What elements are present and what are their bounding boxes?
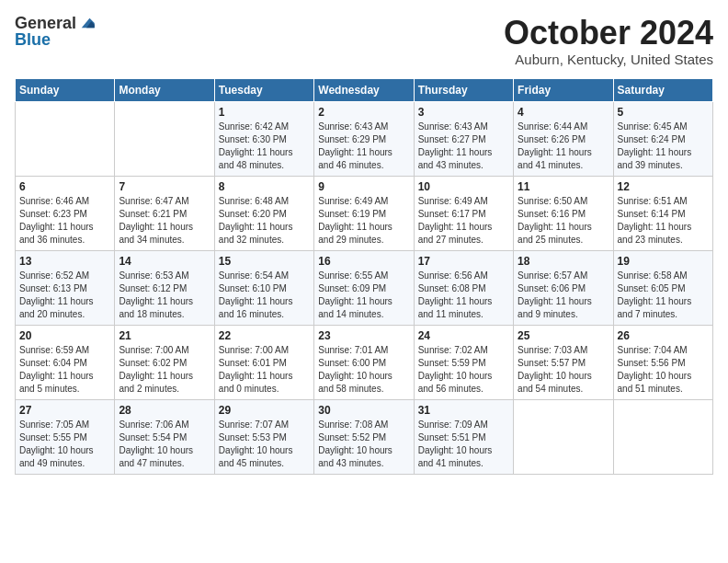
day-cell: 19Sunrise: 6:58 AMSunset: 6:05 PMDayligh… [613,250,712,325]
day-number: 9 [318,180,409,193]
day-cell: 16Sunrise: 6:55 AMSunset: 6:09 PMDayligh… [314,250,414,325]
day-cell: 27Sunrise: 7:05 AMSunset: 5:55 PMDayligh… [16,399,115,474]
day-number: 28 [119,404,210,417]
day-cell: 6Sunrise: 6:46 AMSunset: 6:23 PMDaylight… [16,176,115,250]
title-block: October 2024 Auburn, Kentucky, United St… [504,15,713,67]
day-cell: 23Sunrise: 7:01 AMSunset: 6:00 PMDayligh… [314,325,414,399]
day-cell: 1Sunrise: 6:42 AMSunset: 6:30 PMDaylight… [214,101,313,176]
day-info: Sunrise: 6:49 AMSunset: 6:17 PMDaylight:… [418,195,509,247]
day-number: 21 [119,329,210,342]
day-info: Sunrise: 6:47 AMSunset: 6:21 PMDaylight:… [119,195,210,247]
day-number: 12 [618,180,709,193]
logo-icon [78,17,95,29]
day-number: 25 [518,329,609,342]
day-cell: 25Sunrise: 7:03 AMSunset: 5:57 PMDayligh… [514,325,613,399]
header-day-wednesday: Wednesday [314,78,414,101]
day-cell [16,101,115,176]
day-cell [613,399,712,474]
day-number: 6 [19,180,110,193]
day-cell: 2Sunrise: 6:43 AMSunset: 6:29 PMDaylight… [314,101,414,176]
day-info: Sunrise: 6:59 AMSunset: 6:04 PMDaylight:… [19,344,110,396]
day-cell: 29Sunrise: 7:07 AMSunset: 5:53 PMDayligh… [214,399,313,474]
header-day-tuesday: Tuesday [214,78,313,101]
week-row-4: 20Sunrise: 6:59 AMSunset: 6:04 PMDayligh… [16,325,713,399]
day-info: Sunrise: 6:52 AMSunset: 6:13 PMDaylight:… [19,270,110,321]
day-number: 14 [119,255,210,268]
day-cell: 11Sunrise: 6:50 AMSunset: 6:16 PMDayligh… [514,176,613,250]
day-number: 17 [418,255,509,268]
day-cell [514,399,613,474]
calendar-header: SundayMondayTuesdayWednesdayThursdayFrid… [16,78,713,101]
day-number: 8 [219,180,310,193]
week-row-1: 1Sunrise: 6:42 AMSunset: 6:30 PMDaylight… [16,101,713,176]
day-info: Sunrise: 7:02 AMSunset: 5:59 PMDaylight:… [418,344,509,396]
page-header: General Blue October 2024 Auburn, Kentuc… [15,15,713,67]
logo-general-text: General [15,15,76,31]
day-number: 27 [19,404,110,417]
day-info: Sunrise: 7:03 AMSunset: 5:57 PMDaylight:… [518,344,609,396]
day-cell: 4Sunrise: 6:44 AMSunset: 6:26 PMDaylight… [514,101,613,176]
day-cell: 12Sunrise: 6:51 AMSunset: 6:14 PMDayligh… [613,176,712,250]
day-info: Sunrise: 6:51 AMSunset: 6:14 PMDaylight:… [618,195,709,247]
calendar-table: SundayMondayTuesdayWednesdayThursdayFrid… [15,78,713,475]
day-info: Sunrise: 7:05 AMSunset: 5:55 PMDaylight:… [19,419,110,470]
day-number: 3 [418,106,509,119]
day-cell: 17Sunrise: 6:56 AMSunset: 6:08 PMDayligh… [414,250,513,325]
header-day-monday: Monday [115,78,214,101]
day-number: 19 [618,255,709,268]
day-number: 10 [418,180,509,193]
day-number: 2 [318,106,409,119]
header-day-saturday: Saturday [613,78,712,101]
header-row: SundayMondayTuesdayWednesdayThursdayFrid… [16,78,713,101]
day-cell: 9Sunrise: 6:49 AMSunset: 6:19 PMDaylight… [314,176,414,250]
day-cell: 10Sunrise: 6:49 AMSunset: 6:17 PMDayligh… [414,176,513,250]
day-info: Sunrise: 6:49 AMSunset: 6:19 PMDaylight:… [318,195,409,247]
day-number: 4 [518,106,609,119]
day-number: 24 [418,329,509,342]
day-number: 13 [19,255,110,268]
day-cell [115,101,214,176]
week-row-5: 27Sunrise: 7:05 AMSunset: 5:55 PMDayligh… [16,399,713,474]
day-info: Sunrise: 6:43 AMSunset: 6:29 PMDaylight:… [318,121,409,172]
day-number: 5 [618,106,709,119]
day-info: Sunrise: 6:46 AMSunset: 6:23 PMDaylight:… [19,195,110,247]
day-cell: 13Sunrise: 6:52 AMSunset: 6:13 PMDayligh… [16,250,115,325]
day-number: 30 [318,404,409,417]
day-info: Sunrise: 6:58 AMSunset: 6:05 PMDaylight:… [618,270,709,321]
day-number: 26 [618,329,709,342]
day-info: Sunrise: 6:53 AMSunset: 6:12 PMDaylight:… [119,270,210,321]
day-info: Sunrise: 6:54 AMSunset: 6:10 PMDaylight:… [219,270,310,321]
day-cell: 5Sunrise: 6:45 AMSunset: 6:24 PMDaylight… [613,101,712,176]
day-cell: 26Sunrise: 7:04 AMSunset: 5:56 PMDayligh… [613,325,712,399]
week-row-3: 13Sunrise: 6:52 AMSunset: 6:13 PMDayligh… [16,250,713,325]
day-info: Sunrise: 6:56 AMSunset: 6:08 PMDaylight:… [418,270,509,321]
logo: General Blue [15,15,95,48]
day-info: Sunrise: 7:08 AMSunset: 5:52 PMDaylight:… [318,419,409,470]
header-day-friday: Friday [514,78,613,101]
day-cell: 31Sunrise: 7:09 AMSunset: 5:51 PMDayligh… [414,399,513,474]
week-row-2: 6Sunrise: 6:46 AMSunset: 6:23 PMDaylight… [16,176,713,250]
day-number: 11 [518,180,609,193]
day-info: Sunrise: 6:55 AMSunset: 6:09 PMDaylight:… [318,270,409,321]
day-cell: 24Sunrise: 7:02 AMSunset: 5:59 PMDayligh… [414,325,513,399]
day-number: 15 [219,255,310,268]
day-info: Sunrise: 6:57 AMSunset: 6:06 PMDaylight:… [518,270,609,321]
day-number: 18 [518,255,609,268]
day-number: 22 [219,329,310,342]
calendar-body: 1Sunrise: 6:42 AMSunset: 6:30 PMDaylight… [16,101,713,474]
day-info: Sunrise: 6:42 AMSunset: 6:30 PMDaylight:… [219,121,310,172]
location-title: Auburn, Kentucky, United States [504,52,713,67]
day-info: Sunrise: 6:45 AMSunset: 6:24 PMDaylight:… [618,121,709,172]
day-cell: 18Sunrise: 6:57 AMSunset: 6:06 PMDayligh… [514,250,613,325]
day-info: Sunrise: 7:09 AMSunset: 5:51 PMDaylight:… [418,419,509,470]
day-cell: 8Sunrise: 6:48 AMSunset: 6:20 PMDaylight… [214,176,313,250]
day-cell: 7Sunrise: 6:47 AMSunset: 6:21 PMDaylight… [115,176,214,250]
day-cell: 30Sunrise: 7:08 AMSunset: 5:52 PMDayligh… [314,399,414,474]
day-cell: 22Sunrise: 7:00 AMSunset: 6:01 PMDayligh… [214,325,313,399]
day-number: 7 [119,180,210,193]
header-day-thursday: Thursday [414,78,513,101]
day-info: Sunrise: 7:04 AMSunset: 5:56 PMDaylight:… [618,344,709,396]
day-info: Sunrise: 6:44 AMSunset: 6:26 PMDaylight:… [518,121,609,172]
day-info: Sunrise: 6:43 AMSunset: 6:27 PMDaylight:… [418,121,509,172]
month-title: October 2024 [504,15,713,52]
